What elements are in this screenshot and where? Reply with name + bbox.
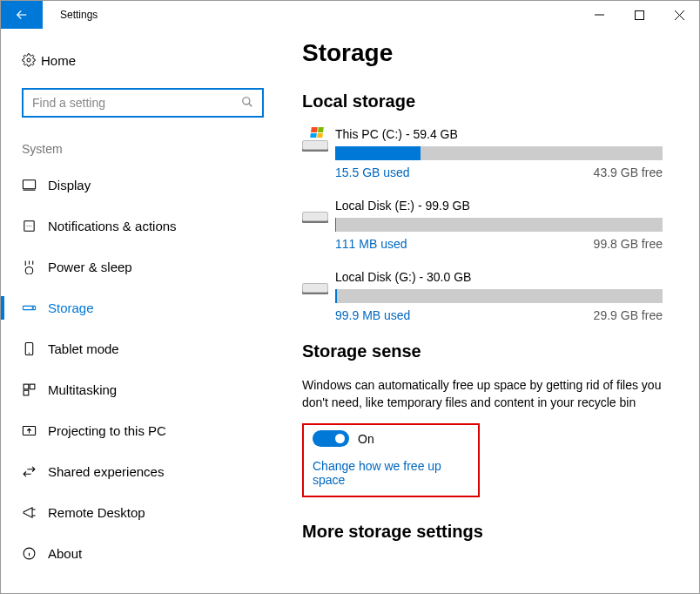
sidebar-item-storage[interactable]: Storage: [1, 287, 250, 328]
more-storage-settings-heading: More storage settings: [302, 522, 671, 542]
highlight-annotation: On Change how we free up space: [302, 423, 480, 497]
sidebar-item-label: Projecting to this PC: [48, 423, 166, 438]
sidebar-item-label: About: [48, 546, 82, 561]
sidebar-group-heading: System: [22, 142, 250, 156]
svg-point-13: [32, 307, 33, 308]
svg-rect-1: [635, 10, 643, 19]
nav-icon: [22, 260, 48, 274]
sidebar-home[interactable]: Home: [22, 48, 250, 72]
drive-row[interactable]: Local Disk (G:) - 30.0 GB99.9 MB used29.…: [302, 270, 671, 322]
nav-icon: [22, 300, 48, 315]
search-icon: [241, 96, 253, 111]
drive-used-link[interactable]: 99.9 MB used: [335, 308, 410, 322]
drive-icon: [302, 272, 328, 298]
search-placeholder: Find a setting: [32, 96, 241, 110]
sidebar-item-label: Tablet mode: [48, 341, 119, 356]
nav-icon: [22, 382, 48, 397]
drive-used-link[interactable]: 15.5 GB used: [335, 165, 410, 179]
svg-text:⋯: ⋯: [26, 223, 32, 230]
sidebar-item-about[interactable]: About: [1, 533, 250, 574]
sidebar-item-label: Notifications & actions: [48, 219, 177, 233]
svg-rect-16: [24, 384, 29, 389]
sidebar-item-multitasking[interactable]: Multitasking: [1, 369, 250, 410]
storage-sense-description: Windows can automatically free up space …: [302, 377, 668, 411]
main-content: Storage Local storage This PC (C:) - 59.…: [271, 29, 699, 593]
drive-usage-bar: [335, 146, 663, 160]
drive-row[interactable]: This PC (C:) - 59.4 GB15.5 GB used43.9 G…: [302, 127, 671, 179]
svg-line-6: [249, 103, 252, 106]
nav-icon: [22, 423, 48, 438]
sidebar-item-display[interactable]: Display: [1, 165, 250, 206]
drive-row[interactable]: Local Disk (E:) - 99.9 GB111 MB used99.8…: [302, 199, 671, 251]
drive-used-link[interactable]: 111 MB used: [335, 237, 407, 251]
gear-icon: [22, 53, 41, 67]
drive-name: This PC (C:) - 59.4 GB: [335, 127, 671, 141]
close-button[interactable]: [659, 1, 699, 29]
sidebar-item-label: Remote Desktop: [48, 505, 145, 520]
sidebar-item-label: Multitasking: [48, 382, 117, 397]
change-free-up-space-link[interactable]: Change how we free up space: [313, 459, 469, 487]
search-input[interactable]: Find a setting: [22, 88, 264, 118]
window-title: Settings: [60, 9, 98, 21]
local-storage-heading: Local storage: [302, 91, 671, 111]
drive-name: Local Disk (E:) - 99.9 GB: [335, 199, 671, 213]
drive-free-text: 29.9 GB free: [594, 308, 663, 322]
drive-usage-bar: [335, 289, 663, 303]
sidebar-item-shared-experiences[interactable]: Shared experiences: [1, 451, 250, 492]
svg-rect-17: [30, 384, 35, 389]
nav-icon: [22, 546, 48, 561]
nav-icon: ⋯: [22, 219, 48, 233]
sidebar-home-label: Home: [41, 53, 76, 68]
sidebar-item-remote-desktop[interactable]: Remote Desktop: [1, 492, 250, 533]
nav-icon: [22, 178, 48, 192]
sidebar-item-projecting-to-this-pc[interactable]: Projecting to this PC: [1, 410, 250, 451]
sidebar: Home Find a setting System Display⋯Notif…: [1, 29, 271, 593]
storage-sense-toggle[interactable]: [313, 430, 349, 447]
nav-icon: [22, 505, 48, 520]
sidebar-item-label: Shared experiences: [48, 464, 164, 479]
sidebar-item-tablet-mode[interactable]: Tablet mode: [1, 328, 250, 369]
drive-free-text: 99.8 GB free: [594, 237, 663, 251]
sidebar-item-power-sleep[interactable]: Power & sleep: [1, 246, 250, 287]
back-button[interactable]: [1, 1, 43, 29]
maximize-button[interactable]: [619, 1, 659, 29]
nav-icon: [22, 341, 48, 356]
page-title: Storage: [302, 39, 671, 67]
drive-usage-bar: [335, 218, 663, 232]
drive-icon: [302, 200, 328, 226]
sidebar-item-label: Display: [48, 178, 91, 192]
sidebar-item-notifications-actions[interactable]: ⋯Notifications & actions: [1, 206, 250, 246]
storage-sense-heading: Storage sense: [302, 341, 671, 361]
sidebar-item-label: Power & sleep: [48, 260, 132, 274]
svg-point-5: [243, 97, 250, 104]
minimize-button[interactable]: [579, 1, 619, 29]
svg-point-4: [27, 58, 30, 62]
svg-rect-7: [23, 180, 35, 189]
drive-free-text: 43.9 GB free: [594, 165, 663, 179]
svg-rect-18: [24, 390, 29, 395]
storage-sense-toggle-label: On: [358, 432, 374, 446]
sidebar-item-label: Storage: [48, 300, 94, 315]
drive-name: Local Disk (G:) - 30.0 GB: [335, 270, 671, 284]
drive-icon: [302, 129, 328, 155]
nav-icon: [22, 464, 48, 479]
